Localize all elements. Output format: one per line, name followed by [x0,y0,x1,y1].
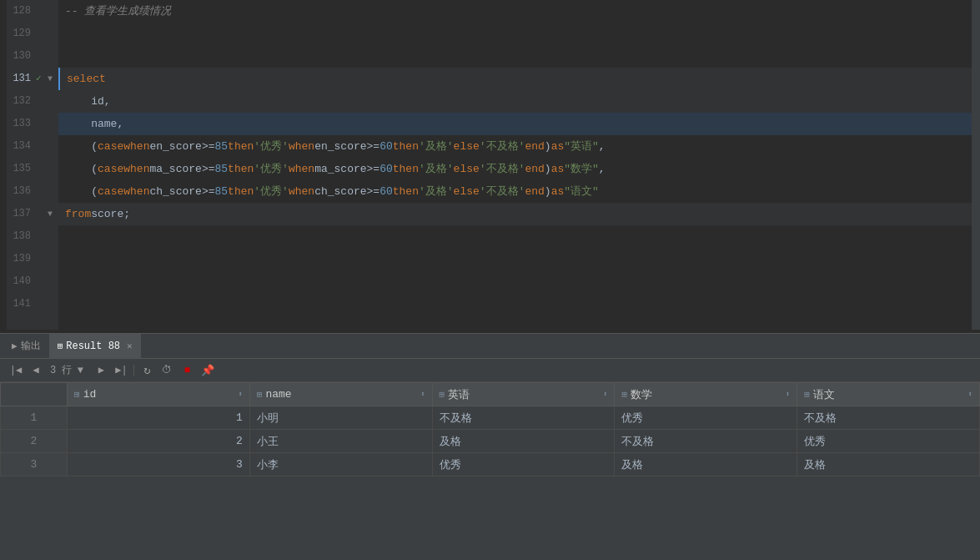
line-129: 129 [7,23,58,45]
tab-result88-label: Result 88 [66,341,120,352]
output-icon: ▶ [12,341,18,351]
refresh-button[interactable]: ↻ [138,362,156,379]
row-count-dropdown[interactable]: ▼ [73,362,87,379]
tab-result88[interactable]: ⊞ Result 88 ✕ [49,334,141,359]
line-136: 136 [7,180,58,203]
line-133: 133 [7,113,58,135]
cell-row2-id: 2 [68,430,250,453]
line-137: 137 ▼ [7,203,58,225]
table-header-row: ⊞ id ⬍ ⊞ name ⬍ ⊞ [1,383,980,406]
row-count-value: 3 行 [50,363,72,377]
col-header-chinese[interactable]: ⊞ 语文 ⬍ [797,383,980,406]
col-id-sort[interactable]: ⬍ [238,390,242,399]
result-table-container[interactable]: ⊞ id ⬍ ⊞ name ⬍ ⊞ [0,382,980,560]
tab-output-label: 输出 [21,339,41,353]
cell-row3-chinese: 及格 [797,453,980,477]
code-line-138[interactable] [58,225,972,248]
col-name-label: name [265,388,291,401]
code-line-134[interactable]: ( case when en_score>= 85 then '优秀' when… [58,135,972,158]
col-math-icon: ⊞ [621,389,627,400]
line-134: 134 [7,135,58,158]
left-margin [0,0,7,330]
table-row-2: 2 2 小王 及格 不及格 优秀 [1,430,980,453]
cell-row1-num: 1 [1,406,68,430]
panel-tabs: ▶ 输出 ⊞ Result 88 ✕ [0,334,980,359]
line-139: 139 [7,248,58,270]
line-135: 135 [7,158,58,180]
code-line-131[interactable]: select [58,68,972,90]
code-line-135[interactable]: ( case when ma_score>= 85 then '优秀' when… [58,158,972,180]
editor-scrollbar[interactable] [972,0,980,330]
cell-row2-num: 2 [1,430,68,453]
first-row-button[interactable]: |◀ [7,362,25,379]
cell-row3-english: 优秀 [432,453,615,477]
code-line-137[interactable]: from score; [58,203,972,225]
cell-row1-id: 1 [68,406,250,430]
col-header-math[interactable]: ⊞ 数学 ⬍ [615,383,797,406]
results-toolbar: |◀ ◀ 3 行 ▼ ▶ ▶| ↻ ⏱ ■ 📌 [0,359,980,382]
result-icon: ⊞ [58,341,63,351]
col-chinese-sort[interactable]: ⬍ [968,390,972,399]
editor-area: 128 129 130 131 ✓ ▼ 132 133 [0,0,980,330]
cell-row3-math: 及格 [615,453,797,477]
col-english-sort[interactable]: ⬍ [603,390,607,399]
cell-row3-id: 3 [68,453,250,477]
cell-row1-english: 不及格 [432,406,615,430]
cell-row3-num: 3 [1,453,68,477]
col-header-rownum [1,383,68,406]
code-content[interactable]: -- 查看学生成绩情况 select id, name, ( case [58,0,972,330]
last-row-button[interactable]: ▶| [112,362,130,379]
table-row-3: 3 3 小李 优秀 及格 及格 [1,453,980,477]
cell-row1-chinese: 不及格 [797,406,980,430]
code-line-136[interactable]: ( case when ch_score>= 85 then '优秀' when… [58,180,972,203]
col-name-icon: ⊞ [257,389,263,400]
col-english-icon: ⊞ [440,389,445,400]
history-button[interactable]: ⏱ [158,362,176,379]
col-header-id[interactable]: ⊞ id ⬍ [68,383,250,406]
cell-row2-name: 小王 [249,430,432,453]
line-132: 132 [7,90,58,113]
code-line-140[interactable] [58,270,972,293]
col-id-icon: ⊞ [74,389,80,400]
line-128: 128 [7,0,58,23]
cell-row2-english: 及格 [432,430,615,453]
table-row-1: 1 1 小明 不及格 优秀 不及格 [1,406,980,430]
tab-close-button[interactable]: ✕ [127,341,133,351]
result-table: ⊞ id ⬍ ⊞ name ⬍ ⊞ [0,382,980,477]
prev-row-button[interactable]: ◀ [27,362,45,379]
code-line-130[interactable] [58,45,972,68]
bottom-panel: ▶ 输出 ⊞ Result 88 ✕ |◀ ◀ 3 行 ▼ ▶ ▶| ↻ ⏱ ■… [0,333,980,560]
cell-row1-math: 优秀 [615,406,797,430]
line-gutter: 128 129 130 131 ✓ ▼ 132 133 [7,0,58,330]
row-count-display: 3 行 ▼ [47,362,90,379]
code-line-128[interactable]: -- 查看学生成绩情况 [58,0,972,23]
col-chinese-label: 语文 [813,387,835,402]
code-line-141[interactable] [58,293,972,315]
line-138: 138 [7,225,58,248]
cell-row1-name: 小明 [249,406,432,430]
line-140: 140 [7,270,58,293]
stop-button[interactable]: ■ [178,362,196,379]
next-row-button[interactable]: ▶ [92,362,110,379]
col-id-label: id [83,388,97,401]
line-131: 131 ✓ ▼ [7,68,58,90]
tab-output[interactable]: ▶ 输出 [3,334,49,359]
col-header-name[interactable]: ⊞ name ⬍ [249,383,432,406]
cell-row2-math: 不及格 [615,430,797,453]
pin-button[interactable]: 📌 [201,364,214,377]
line-141: 141 [7,293,58,315]
code-line-139[interactable] [58,248,972,270]
code-line-133[interactable]: name, [58,113,972,135]
col-english-label: 英语 [448,387,470,402]
cell-row3-name: 小李 [249,453,432,477]
col-name-sort[interactable]: ⬍ [420,390,425,399]
col-math-sort[interactable]: ⬍ [786,390,790,399]
toolbar-sep-1 [133,365,134,376]
code-line-132[interactable]: id, [58,90,972,113]
line-130: 130 [7,45,58,68]
col-chinese-icon: ⊞ [804,389,810,400]
code-line-129[interactable] [58,23,972,45]
col-math-label: 数学 [631,387,652,402]
col-header-english[interactable]: ⊞ 英语 ⬍ [432,383,615,406]
cell-row2-chinese: 优秀 [797,430,980,453]
